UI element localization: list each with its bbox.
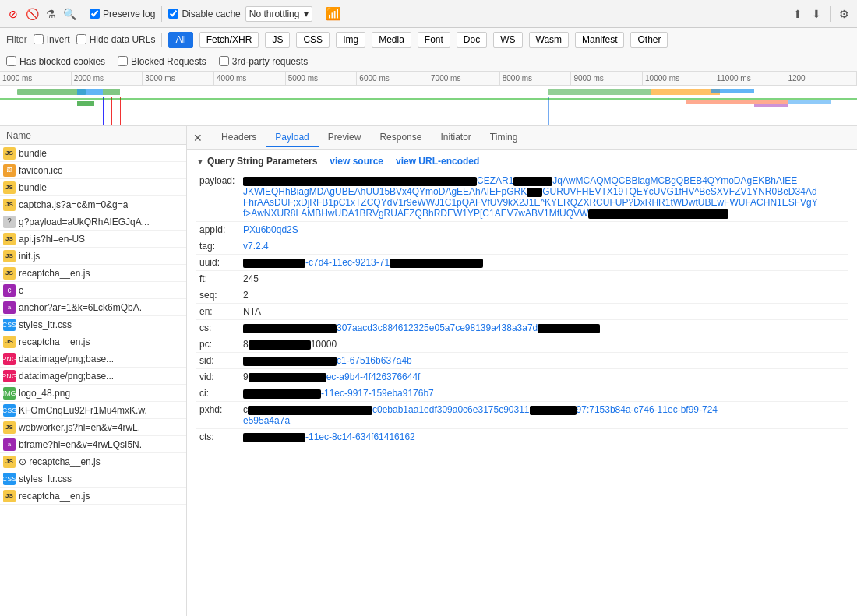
js-icon: JS [3,421,16,434]
list-item[interactable]: JS recaptcha__en.js [0,265,186,282]
throttle-select[interactable]: No throttling ▾ [245,6,313,22]
param-table: payload: CEZAR1 JqAwMCAQMQCBBiagMCBgQBEB… [196,173,848,445]
css-icon: CSS [3,404,16,417]
filter-other-button[interactable]: Other [630,32,668,48]
list-item[interactable]: JS webworker.js?hl=en&v=4rwL. [0,419,186,436]
timeline-marker-red2 [120,97,121,126]
clear-icon[interactable]: 🚫 [25,7,39,21]
param-value: -11ec-9917-159eba9176b7 [243,385,848,401]
list-item[interactable]: a bframe?hl=en&v=4rwLQsI5N. [0,436,186,453]
list-item[interactable]: ? g?payload=aUkQRhAIEGJqA... [0,213,186,231]
param-key: sid: [196,353,243,368]
close-tab-icon[interactable]: ✕ [190,128,206,147]
third-party-label[interactable]: 3rd-party requests [219,56,308,67]
invert-checkbox[interactable]: Invert [34,34,70,45]
timeline-marker [548,97,549,126]
list-item[interactable]: PNG data:image/png;base... [0,350,186,368]
disable-cache-checkbox[interactable]: Disable cache [168,9,240,19]
hide-data-urls-checkbox[interactable]: Hide data URLs [76,34,156,45]
filter-icon[interactable]: ⚗ [44,7,58,21]
stop-icon[interactable]: ⊘ [6,7,20,21]
timeline-bar [711,89,754,93]
tab-headers[interactable]: Headers [212,128,266,147]
filter-js-button[interactable]: JS [265,32,290,48]
param-ft: ft: 245 [196,271,848,287]
js-icon: JS [3,490,16,502]
param-value: c1-67516b637a4b [243,353,848,368]
separator [161,6,162,22]
file-list-header: Name [0,126,186,145]
param-pc: pc: 8 10000 [196,336,848,352]
param-key: cs: [196,320,243,336]
param-seq: seq: 2 [196,287,848,303]
filter-wasm-button[interactable]: Wasm [529,32,570,48]
timeline-bar [77,89,103,95]
js-icon: JS [3,199,16,211]
param-value: 8 10000 [243,336,848,352]
filter-img-button[interactable]: Img [336,32,365,48]
upload-icon[interactable]: ⬆ [791,7,805,21]
tab-payload[interactable]: Payload [266,128,318,147]
list-item[interactable]: JS init.js [0,248,186,265]
preserve-log-checkbox[interactable]: Preserve log [90,9,155,19]
settings-icon[interactable]: ⚙ [837,7,851,21]
filter-all-button[interactable]: All [168,32,192,48]
list-item[interactable]: JS recaptcha__en.js [0,333,186,350]
list-item[interactable]: CSS styles_ltr.css [0,470,186,488]
timeline-marker-blue [103,97,104,126]
list-item[interactable]: CSS KFOmCnqEu92Fr1Mu4mxK.w. [0,402,186,419]
param-payload: payload: CEZAR1 JqAwMCAQMQCBBiagMCBgQBEB… [196,173,848,221]
tick-2000: 2000 ms [72,72,143,85]
filter-font-button[interactable]: Font [418,32,450,48]
tab-timing[interactable]: Timing [481,128,527,147]
list-item[interactable]: JS api.js?hl=en-US [0,231,186,248]
tab-initiator[interactable]: Initiator [431,128,480,147]
wifi-icon: 📶 [326,6,341,21]
list-item[interactable]: c c [0,282,186,299]
js-icon: JS [3,181,16,194]
separator [830,6,831,22]
filter-media-button[interactable]: Media [372,32,411,48]
js-icon: JS [3,267,16,280]
list-item[interactable]: 🖼 favicon.ico [0,162,186,179]
param-sid: sid: c1-67516b637a4b [196,353,848,368]
search-icon[interactable]: 🔍 [62,7,76,21]
filter-fetch-xhr-button[interactable]: Fetch/XHR [199,32,259,48]
filter-manifest-button[interactable]: Manifest [575,32,624,48]
filter-doc-button[interactable]: Doc [457,32,487,48]
param-value: v7.2.4 [243,238,848,254]
tab-response[interactable]: Response [370,128,431,147]
list-item[interactable]: JS bundle [0,145,186,162]
filter-css-button[interactable]: CSS [296,32,330,48]
param-value: CEZAR1 JqAwMCAQMQCBBiagMCBgQBEB4QYmoDAgE… [243,173,848,221]
separator [83,6,83,22]
download-icon[interactable]: ⬇ [809,7,823,21]
view-source-link[interactable]: view source [330,156,383,167]
list-item[interactable]: IMG logo_48.png [0,385,186,402]
img-icon: IMG [3,387,16,400]
js-icon: JS [3,456,16,468]
timeline-bars [0,86,857,126]
payload-content: ▼ Query String Parameters view source vi… [187,150,857,616]
filter-bar: Filter Invert Hide data URLs All Fetch/X… [0,28,857,51]
filter-ws-button[interactable]: WS [493,32,522,48]
list-item[interactable]: JS bundle [0,179,186,196]
tab-preview[interactable]: Preview [319,128,371,147]
blocked-requests-label[interactable]: Blocked Requests [118,56,206,67]
param-uuid: uuid: -c7d4-11ec-9213-71 [196,255,848,270]
view-url-encoded-link[interactable]: view URL-encoded [396,156,479,167]
list-item[interactable]: PNG data:image/png;base... [0,368,186,385]
list-item[interactable]: a anchor?ar=1&k=6Lck6mQbA. [0,299,186,316]
param-value: 9 ec-a9b4-4f426376644f [243,369,848,385]
list-item[interactable]: JS recaptcha__en.js [0,488,186,505]
list-item[interactable]: CSS styles_ltr.css [0,316,186,333]
blocked-cookies-label[interactable]: Has blocked cookies [6,56,105,67]
section-title: Query String Parameters [207,156,317,167]
list-item[interactable]: JS captcha.js?a=c&m=0&g=a [0,196,186,213]
js-icon: JS [3,147,16,160]
list-item[interactable]: JS ⊙ recaptcha__en.js [0,453,186,470]
tick-6000: 6000 ms [357,72,428,85]
main-area: Name JS bundle 🖼 favicon.ico JS bundle J… [0,126,857,616]
file-list: Name JS bundle 🖼 favicon.ico JS bundle J… [0,126,187,616]
param-value: 2 [243,287,848,303]
